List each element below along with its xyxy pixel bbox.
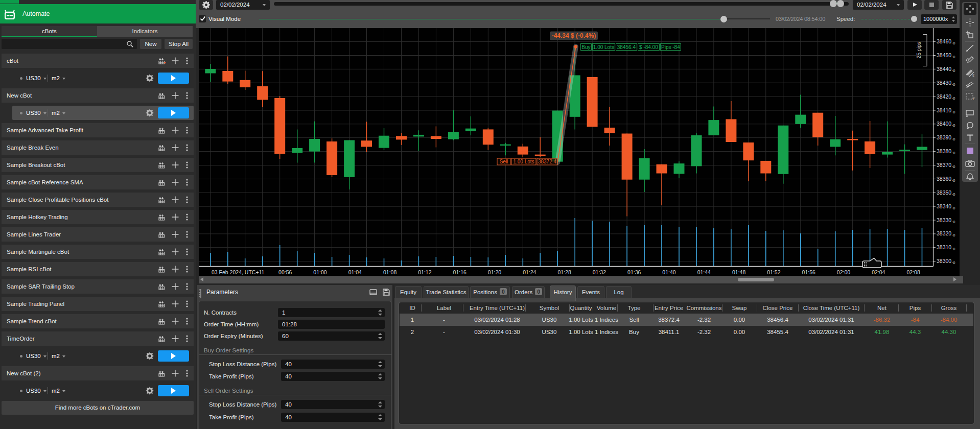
svg-text:01:08: 01:08 — [383, 269, 396, 275]
svg-text:01:36: 01:36 — [627, 269, 641, 275]
svg-text:*: * — [164, 61, 166, 66]
svg-text:25 pips: 25 pips — [916, 42, 922, 58]
svg-text:38310.0: 38310.0 — [937, 244, 955, 251]
svg-text:38360.0: 38360.0 — [937, 176, 955, 183]
svg-text:38400.0: 38400.0 — [937, 121, 955, 128]
svg-text:01:56: 01:56 — [802, 269, 815, 275]
svg-text:01:20: 01:20 — [488, 269, 501, 275]
svg-text:38380.0: 38380.0 — [937, 148, 955, 155]
svg-text:Sell: Sell — [500, 159, 508, 164]
svg-text:01:16: 01:16 — [453, 269, 466, 275]
svg-text:38370.0: 38370.0 — [937, 162, 955, 169]
svg-text:38330.0: 38330.0 — [937, 217, 955, 224]
svg-text:1.00 Lots: 1.00 Lots — [513, 159, 534, 164]
svg-text:38420.0: 38420.0 — [937, 93, 955, 101]
svg-text:01:12: 01:12 — [418, 269, 431, 275]
svg-text:38350.0: 38350.0 — [937, 189, 955, 197]
svg-text:-44.34 $ (-0.4%): -44.34 $ (-0.4%) — [552, 32, 596, 39]
svg-text:Pips -84: Pips -84 — [661, 44, 680, 50]
svg-text:00:56: 00:56 — [278, 269, 292, 275]
svg-text:38410.0: 38410.0 — [937, 107, 955, 114]
svg-text:38300.0: 38300.0 — [937, 258, 955, 265]
svg-text:Buy: Buy — [581, 44, 590, 50]
svg-text:01:28: 01:28 — [557, 269, 571, 275]
svg-text:03 Feb 2024, UTC+11: 03 Feb 2024, UTC+11 — [212, 269, 265, 275]
svg-text:38460.0: 38460.0 — [937, 38, 955, 45]
svg-text:38440.0: 38440.0 — [937, 66, 955, 73]
svg-text:01:44: 01:44 — [697, 269, 711, 275]
svg-text:38320.0: 38320.0 — [937, 230, 955, 237]
svg-text:02:04: 02:04 — [872, 269, 885, 275]
svg-text:01:32: 01:32 — [593, 269, 606, 275]
svg-text:F: F — [973, 97, 975, 101]
svg-text:01:24: 01:24 — [523, 269, 536, 275]
svg-text:Ɛ: Ɛ — [972, 74, 974, 77]
svg-text:01:00: 01:00 — [313, 269, 326, 275]
svg-text:01:04: 01:04 — [348, 269, 362, 275]
svg-text:01:52: 01:52 — [767, 269, 780, 275]
svg-text:$ -84.00: $ -84.00 — [639, 44, 658, 50]
svg-text:01:48: 01:48 — [732, 269, 745, 275]
svg-text:02:00: 02:00 — [837, 269, 850, 275]
svg-text:01:40: 01:40 — [662, 269, 675, 275]
svg-text:38456.4: 38456.4 — [617, 44, 636, 50]
svg-text:38390.0: 38390.0 — [937, 134, 955, 141]
svg-text:02:08: 02:08 — [906, 269, 920, 275]
svg-text:1.00 Lots: 1.00 Lots — [593, 44, 614, 50]
svg-text:38450.0: 38450.0 — [937, 52, 955, 59]
svg-text:38340.0: 38340.0 — [937, 203, 955, 210]
svg-text:38372.4: 38372.4 — [538, 159, 557, 164]
svg-text:38430.0: 38430.0 — [937, 80, 955, 87]
